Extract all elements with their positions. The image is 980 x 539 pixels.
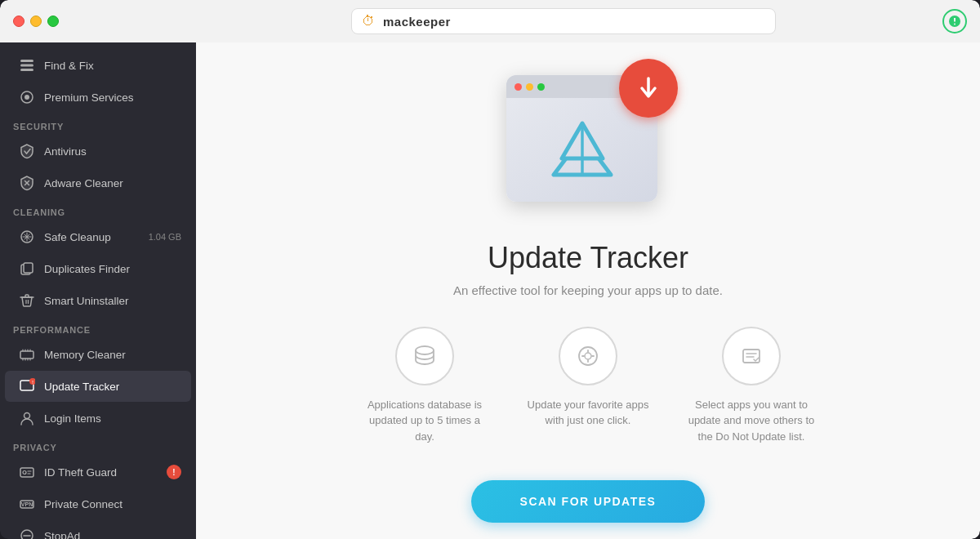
illus-dot-red (514, 83, 522, 91)
sidebar-label-smart-uninstaller: Smart Uninstaller (44, 295, 181, 307)
wrench-icon (18, 56, 36, 74)
sidebar-label-premium-services: Premium Services (44, 91, 181, 104)
feature-select: Select apps you want to update and move … (686, 327, 817, 445)
id-icon (18, 463, 36, 481)
sidebar-item-login-items[interactable]: Login Items (5, 403, 191, 434)
sidebar-item-antivirus[interactable]: Antivirus (5, 136, 191, 167)
sidebar-label-private-connect: Private Connect (44, 498, 181, 510)
svg-rect-15 (20, 351, 33, 359)
svg-point-27 (24, 413, 30, 419)
svg-rect-40 (743, 350, 760, 363)
svg-point-37 (416, 346, 434, 354)
stopad-icon (18, 527, 36, 539)
cursor-icon (574, 342, 602, 370)
scan-button[interactable]: SCAN FOR UPDATES (471, 480, 706, 523)
download-badge (619, 59, 678, 118)
svg-point-39 (585, 353, 591, 359)
feature-oneclick: Update your favorite apps with just one … (523, 327, 653, 445)
titlebar-center: ⏱ mackeeper (196, 8, 931, 34)
section-label-security: Security (0, 114, 196, 135)
svg-point-4 (24, 95, 29, 100)
feature-text-database: Applications database is updated up to 5… (359, 397, 490, 445)
sidebar-item-private-connect[interactable]: VPN Private Connect (5, 488, 191, 519)
illus-dot-green (537, 83, 545, 91)
antivirus-icon (18, 142, 36, 160)
sidebar-label-safe-cleanup: Safe Cleanup (44, 231, 140, 243)
svg-rect-1 (20, 65, 33, 67)
vpn-icon: VPN (18, 495, 36, 513)
download-arrow-icon (634, 74, 663, 103)
cursor-icon-circle (559, 327, 617, 385)
main-layout: Find & Fix Premium Services Security (0, 42, 980, 539)
sidebar-item-safe-cleanup[interactable]: Safe Cleanup 1.04 GB (5, 221, 191, 252)
sidebar-item-find-fix[interactable]: Find & Fix (5, 50, 191, 81)
content-subtitle: An effective tool for keeping your apps … (453, 283, 723, 297)
feature-database: Applications database is updated up to 5… (359, 327, 490, 445)
svg-rect-0 (20, 60, 33, 62)
star-icon (18, 88, 36, 106)
close-button[interactable] (13, 16, 24, 27)
sidebar-label-antivirus: Antivirus (44, 145, 181, 158)
sidebar-label-find-fix: Find & Fix (44, 60, 181, 72)
sidebar-label-duplicates-finder: Duplicates Finder (44, 263, 181, 275)
sidebar-label-id-theft-guard: ID Theft Guard (44, 466, 158, 479)
sidebar-item-premium-services[interactable]: Premium Services (5, 82, 191, 113)
features-list: Applications database is updated up to 5… (359, 327, 817, 445)
memory-icon (18, 345, 36, 363)
sidebar-item-smart-uninstaller[interactable]: Smart Uninstaller (5, 285, 191, 316)
hero-illustration (498, 59, 678, 221)
traffic-lights (0, 16, 196, 27)
adware-icon (18, 174, 36, 192)
sidebar-label-memory-cleaner: Memory Cleaner (44, 349, 181, 361)
titlebar: ⏱ mackeeper (0, 0, 980, 42)
app-store-logo (550, 119, 615, 180)
list-check-icon (737, 342, 765, 370)
svg-rect-2 (20, 69, 33, 71)
support-icon[interactable] (942, 9, 967, 33)
svg-point-34 (21, 530, 33, 539)
app-window: ⏱ mackeeper (0, 0, 980, 539)
content-area: Update Tracker An effective tool for kee… (196, 42, 980, 539)
history-icon: ⏱ (362, 14, 375, 29)
svg-rect-28 (20, 468, 33, 477)
app-brand: mackeeper (383, 15, 451, 29)
update-icon: ! (18, 377, 36, 395)
list-check-icon-circle (722, 327, 781, 385)
sidebar-item-update-tracker[interactable]: ! Update Tracker (5, 371, 191, 402)
section-label-performance: Performance (0, 317, 196, 338)
id-theft-badge: ! (167, 465, 181, 479)
illus-dot-yellow (526, 83, 533, 91)
section-label-cleaning: Cleaning (0, 199, 196, 220)
minimize-button[interactable] (30, 16, 42, 27)
maximize-button[interactable] (47, 16, 59, 27)
sidebar-item-stopad[interactable]: StopAd (5, 520, 191, 539)
feature-text-select: Select apps you want to update and move … (686, 397, 817, 445)
sidebar: Find & Fix Premium Services Security (0, 42, 196, 539)
sidebar-label-update-tracker: Update Tracker (44, 381, 181, 393)
database-icon-circle (395, 327, 454, 385)
login-icon (18, 409, 36, 427)
sidebar-label-adware-cleaner: Adware Cleaner (44, 177, 181, 189)
svg-rect-11 (24, 263, 33, 273)
svg-point-29 (23, 471, 26, 474)
titlebar-right (931, 9, 980, 33)
trash-icon (18, 292, 36, 310)
sidebar-size-cleanup: 1.04 GB (149, 232, 181, 242)
address-bar: ⏱ mackeeper (351, 8, 776, 34)
content-title: Update Tracker (488, 241, 688, 275)
sidebar-label-login-items: Login Items (44, 412, 181, 425)
sparkle-icon (18, 228, 36, 246)
svg-text:VPN: VPN (21, 501, 33, 507)
sidebar-item-id-theft-guard[interactable]: ID Theft Guard ! (5, 457, 191, 488)
sidebar-item-duplicates-finder[interactable]: Duplicates Finder (5, 253, 191, 284)
feature-text-oneclick: Update your favorite apps with just one … (523, 397, 653, 429)
sidebar-item-adware-cleaner[interactable]: Adware Cleaner (5, 167, 191, 198)
copy-icon (18, 260, 36, 278)
sidebar-label-stopad: StopAd (44, 530, 181, 540)
sidebar-item-memory-cleaner[interactable]: Memory Cleaner (5, 339, 191, 370)
database-icon (411, 342, 439, 370)
section-label-privacy: Privacy (0, 434, 196, 456)
